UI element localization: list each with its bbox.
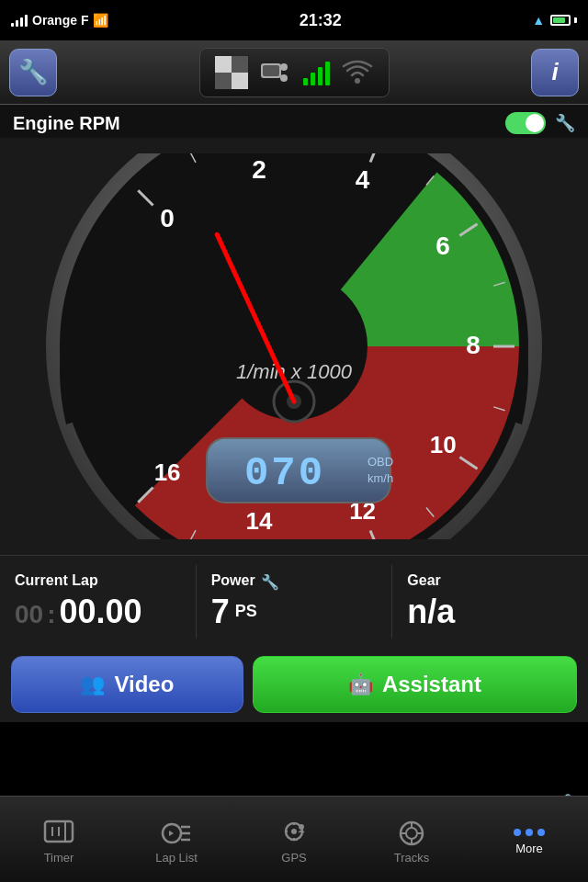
power-block: Power 🔧 7 PS xyxy=(197,565,393,639)
tab-tracks[interactable]: Tracks xyxy=(353,797,470,882)
svg-rect-1 xyxy=(232,56,248,73)
more-dots xyxy=(514,829,545,836)
power-label-row: Power 🔧 xyxy=(211,572,279,593)
svg-text:6: 6 xyxy=(435,232,450,260)
info-button[interactable]: i xyxy=(531,49,579,96)
svg-text:8: 8 xyxy=(466,331,481,359)
svg-text:1/min x 1000: 1/min x 1000 xyxy=(236,360,353,383)
svg-rect-3 xyxy=(232,73,248,89)
svg-text:070: 070 xyxy=(244,450,325,496)
svg-text:10: 10 xyxy=(430,431,457,458)
laplist-tab-icon xyxy=(161,820,192,847)
svg-point-63 xyxy=(406,828,417,839)
rpm-gauge: 0246810121416 1/min x 1000 070 OBD km/h xyxy=(28,153,560,539)
connectivity-icons xyxy=(199,48,390,97)
video-icon: 👥 xyxy=(80,673,105,696)
gps-tab-label: GPS xyxy=(281,851,306,865)
info-icon: i xyxy=(551,58,558,86)
current-lap-block: Current Lap 00 : 00.00 xyxy=(0,565,197,639)
power-value-row: 7 PS xyxy=(211,593,257,631)
gear-block: Gear n/a xyxy=(392,565,588,639)
gauge-section: Engine RPM 🔧 xyxy=(0,105,588,555)
status-right: ▲ xyxy=(532,13,577,28)
tab-gps[interactable]: GPS xyxy=(235,797,353,882)
gauge-container: 0246810121416 1/min x 1000 070 OBD km/h xyxy=(0,138,588,555)
tracks-tab-icon xyxy=(396,820,427,847)
svg-text:4: 4 xyxy=(356,165,370,194)
svg-rect-0 xyxy=(215,56,232,73)
settings-button[interactable]: 🔧 xyxy=(9,49,57,96)
timer-tab-icon xyxy=(43,820,74,847)
assistant-label: Assistant xyxy=(382,672,481,697)
svg-text:km/h: km/h xyxy=(368,471,393,485)
battery-body xyxy=(550,15,571,26)
power-label: Power xyxy=(211,572,255,589)
svg-text:14: 14 xyxy=(245,507,272,535)
svg-text:16: 16 xyxy=(154,458,181,486)
battery-fill xyxy=(553,17,565,23)
tab-timer[interactable]: Timer xyxy=(0,797,118,882)
svg-point-56 xyxy=(291,829,297,834)
power-unit: PS xyxy=(235,602,257,621)
tracks-tab-label: Tracks xyxy=(394,851,430,865)
carrier-info: Orange F 📶 xyxy=(11,13,108,28)
laplist-tab-label: Lap List xyxy=(155,851,198,865)
dot-1 xyxy=(514,829,521,836)
svg-rect-2 xyxy=(215,73,232,89)
wifi-icon: 📶 xyxy=(93,13,108,28)
tab-laplist[interactable]: Lap List xyxy=(118,797,235,882)
toolbar-center xyxy=(199,48,390,97)
wifi-toolbar-icon xyxy=(341,60,374,85)
carrier-name: Orange F xyxy=(32,13,88,28)
wrench-icon: 🔧 xyxy=(18,58,48,86)
toolbar: 🔧 xyxy=(0,40,588,105)
power-value: 7 xyxy=(211,593,230,631)
gear-label: Gear xyxy=(407,572,440,589)
location-icon: ▲ xyxy=(532,13,545,28)
assistant-button[interactable]: 🤖 Assistant xyxy=(253,656,577,713)
battery-indicator xyxy=(550,15,577,26)
lap-prefix: 00 xyxy=(15,600,43,629)
stats-row: Current Lap 00 : 00.00 Power 🔧 7 PS Gear… xyxy=(0,555,588,647)
dot-2 xyxy=(526,829,533,836)
video-button[interactable]: 👥 Video xyxy=(11,656,243,713)
status-time: 21:32 xyxy=(300,11,342,30)
signal-strength xyxy=(11,14,28,27)
gauge-controls: 🔧 xyxy=(505,112,575,134)
battery-tip xyxy=(574,17,577,23)
video-label: Video xyxy=(114,672,174,697)
svg-text:OBD: OBD xyxy=(368,455,393,469)
timer-tab-label: Timer xyxy=(44,851,74,865)
assistant-icon: 🤖 xyxy=(348,673,373,696)
gps-tab-icon xyxy=(278,820,310,847)
gauge-settings-icon[interactable]: 🔧 xyxy=(555,113,575,133)
tab-bar: Timer Lap List GPS xyxy=(0,796,588,882)
svg-point-61 xyxy=(299,824,304,830)
svg-point-7 xyxy=(280,74,288,82)
dot-3 xyxy=(537,829,545,836)
signal-bars-green xyxy=(303,60,330,85)
current-lap-label: Current Lap xyxy=(15,572,98,589)
tab-more[interactable]: More xyxy=(470,797,588,882)
gear-value: n/a xyxy=(407,593,455,631)
svg-rect-5 xyxy=(263,65,279,76)
lap-value: 00.00 xyxy=(59,593,141,631)
more-tab-label: More xyxy=(515,842,543,855)
lap-time-container: 00 : 00.00 xyxy=(15,593,142,631)
buttons-row: 👥 Video 🤖 Assistant xyxy=(0,647,588,722)
power-wrench-icon[interactable]: 🔧 xyxy=(261,573,279,591)
toggle-switch[interactable] xyxy=(505,112,546,134)
status-bar: Orange F 📶 21:32 ▲ xyxy=(0,0,588,40)
gauge-title: Engine RPM xyxy=(13,113,120,134)
obd-device-icon xyxy=(259,56,292,89)
gauge-header: Engine RPM 🔧 xyxy=(0,105,588,138)
svg-text:2: 2 xyxy=(252,155,266,184)
svg-point-6 xyxy=(280,63,288,71)
colon-sep: : xyxy=(47,600,55,629)
checkerboard-icon xyxy=(215,56,248,89)
svg-point-10 xyxy=(355,78,360,84)
svg-text:0: 0 xyxy=(160,204,175,232)
